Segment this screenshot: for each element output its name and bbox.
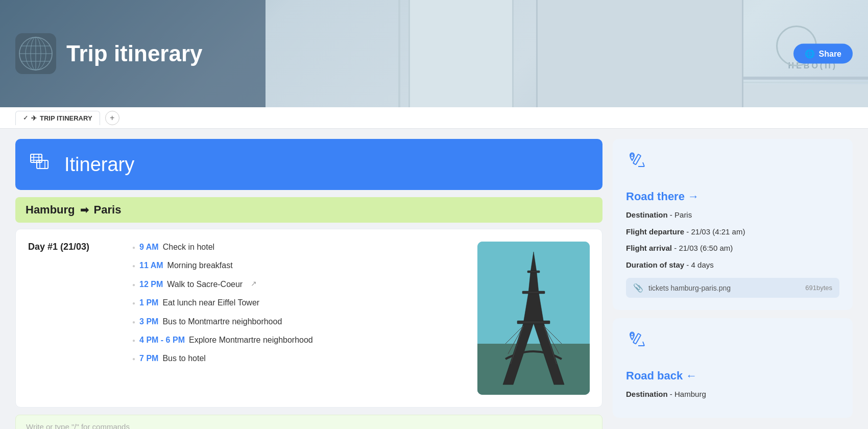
activity-time: 3 PM: [139, 316, 158, 327]
duration-dash: -: [686, 260, 691, 269]
globe-icon: 🌐: [805, 49, 815, 59]
activity-text: Explore Montmartre neighborhood: [189, 335, 313, 346]
left-panel: Itinerary Hamburg ➡ Paris Day #1 (21/03)…: [15, 139, 602, 429]
flight-departure-label: Flight departure: [626, 227, 684, 236]
header-area: ZURICH IMER HEBO(П): [0, 0, 868, 107]
paperclip-icon: 📎: [633, 283, 643, 293]
activity-item: ● 7 PM Bus to hotel: [132, 353, 465, 364]
day-card: Day #1 (21/03) ● 9 AM Check in hotel ● 1…: [15, 229, 602, 408]
app-icon-svg: [18, 36, 54, 72]
activity-time: 12 PM: [139, 279, 163, 290]
activity-text: Eat lunch near Eiffel Tower: [162, 297, 259, 308]
road-back-title: Road back ←: [626, 369, 839, 383]
activity-item: ● 4 PM - 6 PM Explore Montmartre neighbo…: [132, 335, 465, 346]
duration-value: 4 days: [691, 260, 714, 269]
road-back-title-text: Road back ←: [626, 369, 697, 383]
road-back-destination-label: Destination: [626, 390, 668, 398]
route-to: Paris: [94, 203, 122, 217]
activity-item: ● 11 AM Morning breakfast: [132, 260, 465, 271]
flight-departure-dash: -: [686, 227, 691, 236]
destination-row: Destination - Paris: [626, 209, 839, 221]
activity-time: 9 AM: [139, 242, 159, 253]
flight-arrival-value: 21/03 (6:50 am): [679, 244, 733, 252]
arch-text-imr: IMER: [573, 26, 602, 35]
road-back-destination-dash: -: [670, 390, 674, 398]
road-back-icon: [626, 330, 654, 360]
activity-text: Walk to Sacre-Coeur: [167, 279, 243, 290]
destination-label: Destination: [626, 210, 668, 219]
road-there-card: Road there → Destination - Paris Flight …: [613, 139, 853, 310]
header-overlay: Trip itinerary: [0, 0, 266, 107]
activity-text: Bus to hotel: [162, 353, 206, 364]
flight-arrival-row: Flight arrival - 21/03 (6:50 am): [626, 243, 839, 254]
activity-text: Bus to Montmartre neighborhood: [162, 316, 282, 327]
road-there-title-text: Road there →: [626, 190, 699, 203]
svg-line-34: [643, 162, 644, 166]
bullet-icon: ●: [132, 281, 135, 289]
bullet-icon: ●: [132, 319, 135, 326]
arch-line: [398, 0, 400, 107]
flight-departure-value: 21/03 (4:21 am): [691, 227, 745, 236]
bottom-area: [563, 84, 868, 107]
share-label: Share: [819, 49, 841, 58]
tab-bar: ✓ ✈ TRIP ITINERARY +: [0, 107, 868, 129]
tab-trip-itinerary[interactable]: ✓ ✈ TRIP ITINERARY: [15, 111, 100, 125]
destination-dash: -: [670, 210, 674, 219]
svg-rect-23: [517, 321, 550, 324]
svg-point-32: [631, 154, 634, 157]
destination-value: Paris: [674, 210, 692, 219]
attachment-size: 691bytes: [805, 284, 832, 292]
route-arrow-icon: ➡: [80, 204, 89, 216]
flight-arrival-dash: -: [674, 244, 679, 252]
activity-time: 4 PM - 6 PM: [139, 335, 185, 346]
arch-decoration: ZURICH IMER HEBO(П): [255, 0, 868, 107]
svg-point-35: [631, 333, 634, 336]
circle-ornament1: [584, 36, 614, 66]
svg-line-37: [643, 342, 644, 346]
activity-time: 7 PM: [139, 353, 158, 364]
arch-line2: [541, 0, 543, 107]
svg-rect-24: [522, 291, 545, 294]
header-title: Trip itinerary: [66, 41, 203, 66]
bullet-icon: ●: [132, 244, 135, 251]
road-back-destination-row: Destination - Hamburg: [626, 389, 839, 400]
road-back-header: [626, 330, 839, 360]
day-label: Day #1 (21/03): [28, 242, 120, 252]
arch-text-zurich: ZURICH: [604, 10, 659, 23]
airplane-icon: ✈: [31, 114, 37, 122]
road-back-card: Road back ← Destination - Hamburg: [613, 318, 853, 418]
bullet-icon: ●: [132, 337, 135, 344]
attachment-row[interactable]: 📎 tickets hamburg-paris.png 691bytes: [626, 278, 839, 298]
route-from: Hamburg: [26, 203, 75, 217]
plus-icon: +: [110, 113, 114, 123]
tab-label: TRIP ITINERARY: [40, 114, 92, 122]
check-icon: ✓: [23, 114, 28, 122]
write-placeholder: Write or type "/" for commands: [26, 422, 130, 429]
road-there-title: Road there →: [626, 190, 839, 203]
route-bar: Hamburg ➡ Paris: [15, 197, 602, 223]
activity-item: ● 9 AM Check in hotel: [132, 242, 465, 253]
activity-time: 11 AM: [139, 260, 163, 271]
activity-item: ● 1 PM Eat lunch near Eiffel Tower: [132, 297, 465, 308]
write-bar[interactable]: Write or type "/" for commands: [15, 415, 602, 429]
bullet-icon: ●: [132, 355, 135, 363]
activity-item: ● 12 PM Walk to Sacre-Coeur ↗: [132, 279, 465, 290]
day-label-col: Day #1 (21/03): [28, 242, 120, 395]
road-back-destination-value: Hamburg: [674, 390, 706, 398]
bullet-icon: ●: [132, 300, 135, 307]
flight-arrival-label: Flight arrival: [626, 244, 672, 252]
molding2: [563, 82, 868, 83]
flight-departure-row: Flight departure - 21/03 (4:21 am): [626, 226, 839, 238]
add-tab-button[interactable]: +: [105, 111, 119, 125]
activity-text: Morning breakfast: [167, 260, 233, 271]
activity-text: Check in hotel: [163, 242, 214, 253]
activity-time: 1 PM: [139, 297, 158, 308]
attachment-name: tickets hamburg-paris.png: [648, 284, 800, 292]
duration-row: Duration of stay - 4 days: [626, 259, 839, 271]
external-link-icon[interactable]: ↗: [251, 279, 257, 289]
share-button[interactable]: 🌐 Share: [793, 44, 853, 64]
activities-col: ● 9 AM Check in hotel ● 11 AM Morning br…: [132, 242, 465, 395]
right-panel: Road there → Destination - Paris Flight …: [613, 139, 853, 418]
circle-ornament2: [650, 31, 686, 66]
main-content: Itinerary Hamburg ➡ Paris Day #1 (21/03)…: [0, 129, 868, 429]
